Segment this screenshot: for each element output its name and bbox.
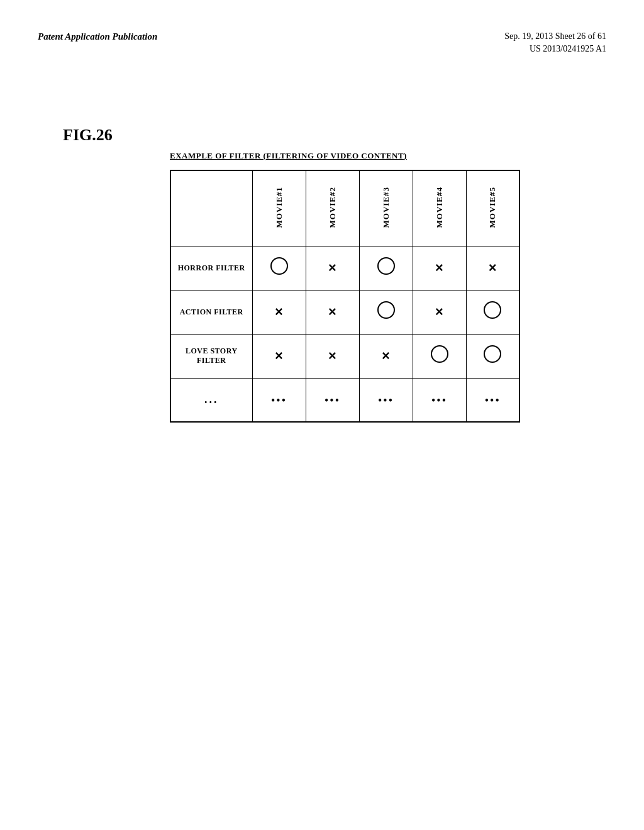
- page-header: Patent Application Publication Sep. 19, …: [0, 31, 644, 54]
- cell-r0-c2: [359, 246, 413, 290]
- cell-r1-c0: ×: [252, 290, 306, 334]
- cell-r2-c0: ×: [252, 334, 306, 378]
- figure-label: FIG.26: [63, 126, 113, 145]
- col-header-movie1: MOVIE#1: [252, 170, 306, 246]
- row-header-2: LOVE STORY FILTER: [170, 334, 252, 378]
- cell-r3-c1: •••: [306, 378, 359, 422]
- cell-r0-c1: ×: [306, 246, 359, 290]
- col-header-movie4: MOVIE#4: [413, 170, 466, 246]
- patent-number-label: US 2013/0241925 A1: [530, 44, 606, 54]
- cell-r3-c4: •••: [466, 378, 519, 422]
- cell-r2-c3: [413, 334, 466, 378]
- cell-r3-c0: •••: [252, 378, 306, 422]
- filter-table: MOVIE#1 MOVIE#2 MOVIE#3 MOVIE#4 MOVIE#5 …: [170, 170, 520, 423]
- cell-r1-c1: ×: [306, 290, 359, 334]
- col-header-movie3: MOVIE#3: [359, 170, 413, 246]
- cell-r1-c4: [466, 290, 519, 334]
- row-header-3: ...: [170, 378, 252, 422]
- col-header-movie2: MOVIE#2: [306, 170, 359, 246]
- table-caption: EXAMPLE OF FILTER (FILTERING OF VIDEO CO…: [170, 151, 407, 161]
- publication-label: Patent Application Publication: [38, 31, 157, 42]
- row-header-0: HORROR FILTER: [170, 246, 252, 290]
- date-sheet-label: Sep. 19, 2013 Sheet 26 of 61: [504, 31, 606, 42]
- cell-r2-c4: [466, 334, 519, 378]
- cell-r1-c3: ×: [413, 290, 466, 334]
- cell-r2-c1: ×: [306, 334, 359, 378]
- table-corner-cell: [170, 170, 252, 246]
- header-right: Sep. 19, 2013 Sheet 26 of 61 US 2013/024…: [504, 31, 606, 54]
- cell-r2-c2: ×: [359, 334, 413, 378]
- cell-r1-c2: [359, 290, 413, 334]
- col-header-movie5: MOVIE#5: [466, 170, 519, 246]
- cell-r0-c4: ×: [466, 246, 519, 290]
- cell-r0-c0: [252, 246, 306, 290]
- cell-r0-c3: ×: [413, 246, 466, 290]
- row-header-1: ACTION FILTER: [170, 290, 252, 334]
- cell-r3-c2: •••: [359, 378, 413, 422]
- cell-r3-c3: •••: [413, 378, 466, 422]
